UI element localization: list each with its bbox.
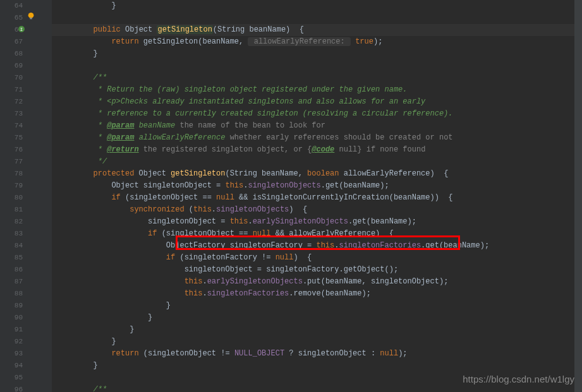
code-token: null [253,229,271,238]
code-token: && isSingletonCurrentlyInCreation(beanNa… [234,193,453,202]
code-line[interactable]: return getSingleton(beanName, allowEarly… [57,36,582,48]
code-token: .put(beanName, singletonObject); [303,277,448,286]
code-token: singletonFactories [339,241,421,250]
code-line[interactable]: } [57,0,582,12]
code-token: * <p>Checks already instantiated singlet… [94,97,426,106]
line-number: 65 [0,12,23,24]
code-token: null} if none found [334,145,425,154]
code-token: if [148,229,162,238]
svg-rect-1 [30,18,32,20]
implements-icon[interactable]: I [18,25,25,37]
code-token: return [111,349,143,358]
code-token: * [94,121,107,130]
code-token: this [316,241,334,250]
code-token: ObjectFactory singletonFactory = [166,241,317,250]
code-token: /** [94,385,107,392]
code-token: Object [121,25,157,34]
code-token: this [225,181,243,190]
code-line[interactable]: this.earlySingletonObjects.put(beanName,… [57,276,582,288]
code-line[interactable]: * Return the (raw) singleton object regi… [57,84,582,96]
code-line[interactable]: ObjectFactory singletonFactory = this.si… [57,240,582,252]
code-editor[interactable]: 6465666768697071727374757677787980818283… [0,0,582,392]
line-number: 80 [0,192,23,204]
code-line[interactable]: * <p>Checks already instantiated singlet… [57,96,582,108]
code-token: (singletonFactory != [179,253,275,262]
line-number: 70 [0,72,23,84]
code-token: Object singletonObject = [111,181,225,190]
code-line[interactable]: return (singletonObject != NULL_OBJECT ?… [57,348,582,360]
fold-gutter[interactable] [27,0,52,392]
code-token: (singletonObject == [125,193,216,202]
line-number: 73 [0,108,23,120]
code-token: . [202,289,207,298]
code-line[interactable]: * @return the registered singleton objec… [57,144,582,156]
code-token: this [193,205,212,214]
code-token: singletonFactories [207,289,289,298]
line-number: 67 [0,36,23,48]
code-token: ( [189,205,193,214]
code-line[interactable]: } [57,360,582,372]
code-token: .get(beanName); [321,181,389,190]
code-token: } [111,1,116,10]
code-token: earlySingletonObjects [207,277,303,286]
code-line[interactable]: } [57,300,582,312]
code-token: ) { [293,253,312,262]
code-token: singletonObject = singletonFactory.getOb… [185,265,398,274]
code-line[interactable]: protected Object getSingleton(String bea… [57,168,582,180]
code-token: the name of the bean to look for [175,121,325,130]
code-token: earlySingletonObjects [253,217,348,226]
code-line[interactable]: } [57,324,582,336]
code-token: synchronized [130,205,189,214]
code-token: allowEarlyReference [134,133,225,142]
code-area[interactable]: } Ipublic Object getSingleton(String bea… [52,0,582,392]
svg-point-0 [28,13,34,18]
code-token: ); [373,37,382,46]
code-line[interactable]: /** [57,72,582,84]
line-number: 77 [0,156,23,168]
code-line[interactable]: singletonObject = singletonFactory.getOb… [57,264,582,276]
code-line[interactable]: singletonObject = this.earlySingletonObj… [57,216,582,228]
code-line[interactable]: if (singletonFactory != null) { [57,252,582,264]
code-line[interactable]: * @param beanName the name of the bean t… [57,120,582,132]
line-number: 82 [0,216,23,228]
code-line[interactable]: if (singletonObject == null && allowEarl… [57,228,582,240]
line-number: 78 [0,168,23,180]
code-line[interactable]: /** [57,384,582,392]
line-number: 84 [0,240,23,252]
line-number-gutter: 6465666768697071727374757677787980818283… [0,0,27,392]
code-line[interactable]: } [57,312,582,324]
code-line[interactable]: Object singletonObject = this.singletonO… [57,180,582,192]
line-number: 76 [0,144,23,156]
svg-text:I: I [20,27,23,32]
code-token: */ [94,157,107,166]
code-token: .get(beanName); [421,241,489,250]
code-token: * reference to a currently created singl… [94,109,453,118]
code-line[interactable]: } [57,336,582,348]
line-number: 69 [0,60,23,72]
line-number: 91 [0,324,23,336]
code-token: beanName [134,121,175,130]
code-token: } [94,361,98,370]
code-line[interactable]: if (singletonObject == null && isSinglet… [57,192,582,204]
code-line[interactable]: Ipublic Object getSingleton(String beanN… [57,24,582,36]
code-token: getSingleton [171,169,225,178]
intention-bulb-icon[interactable] [27,12,35,21]
code-token: protected [94,169,135,178]
line-number: 88 [0,288,23,300]
code-line[interactable] [57,60,582,72]
code-line[interactable]: */ [57,156,582,168]
code-token: NULL_OBJECT [234,349,284,358]
line-number: 68 [0,48,23,60]
line-number: 83 [0,228,23,240]
line-number: 81 [0,204,23,216]
code-token: whether early references should be creat… [225,133,452,142]
line-number: 92 [0,336,23,348]
code-line[interactable]: * @param allowEarlyReference whether ear… [57,132,582,144]
code-token: && allowEarlyReference) { [270,229,393,238]
line-number: 75 [0,132,23,144]
code-line[interactable]: * reference to a currently created singl… [57,108,582,120]
code-line[interactable]: } [57,48,582,60]
code-line[interactable]: synchronized (this.singletonObjects) { [57,204,582,216]
code-line[interactable]: this.singletonFactories.remove(beanName)… [57,288,582,300]
code-line[interactable] [57,12,582,24]
